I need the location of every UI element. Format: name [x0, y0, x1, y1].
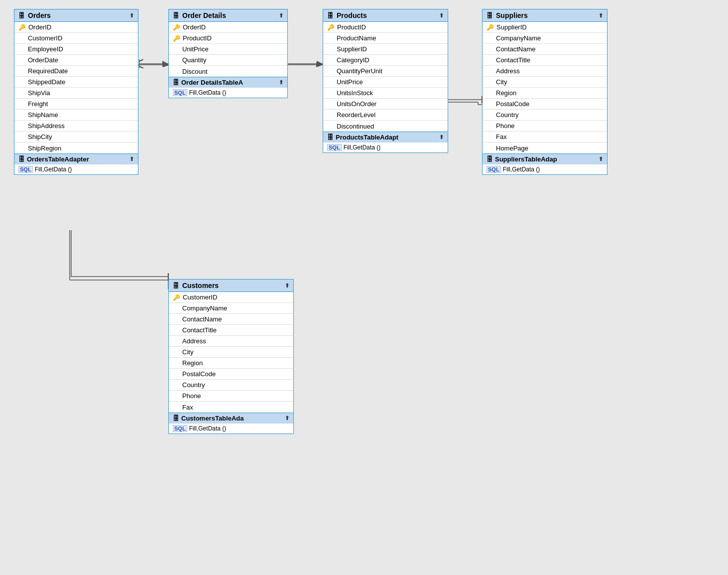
prod-field-productname: ProductName	[323, 33, 448, 44]
suppliers-table[interactable]: 🗄 Suppliers ⬆ 🔑 SupplierID CompanyName C…	[482, 9, 607, 175]
suppliers-collapse[interactable]: ⬆	[599, 12, 603, 19]
supp-field-postalcode: PostalCode	[483, 99, 607, 110]
supp-sql-icon: SQL	[486, 166, 501, 173]
key-icon-orderid: 🔑	[18, 24, 26, 31]
cust-footer-text: Fill,GetData ()	[189, 425, 227, 432]
customers-header: 🗄 Customers ⬆	[169, 280, 293, 292]
od-sql-icon: SQL	[173, 89, 187, 96]
orders-field-customerid: CustomerID	[14, 33, 138, 44]
suppliers-table-icon: 🗄	[486, 12, 493, 19]
cust-field-country: Country	[169, 380, 293, 391]
orders-adapter-icon: 🗄	[18, 155, 25, 163]
prod-field-unitprice: UnitPrice	[323, 77, 448, 88]
order-details-title: Order Details	[182, 11, 226, 19]
od-adapter-icon: 🗄	[173, 79, 179, 86]
cust-sql-icon: SQL	[173, 425, 187, 432]
customers-footer: SQL Fill,GetData ()	[169, 424, 293, 433]
supp-field-supplierid: 🔑 SupplierID	[483, 22, 607, 33]
prod-field-reorderlevel: ReorderLevel	[323, 110, 448, 121]
supp-field-contacttitle: ContactTitle	[483, 55, 607, 66]
orders-field-shipregion: ShipRegion	[14, 143, 138, 153]
supp-field-contactname: ContactName	[483, 44, 607, 55]
products-header: 🗄 Products ⬆	[323, 9, 448, 22]
orders-field-orderid: 🔑 OrderID	[14, 22, 138, 33]
order-details-header: 🗄 Order Details ⬆	[169, 9, 287, 22]
prod-field-unitsonorder: UnitsOnOrder	[323, 99, 448, 110]
customers-title: Customers	[182, 282, 219, 289]
customers-table[interactable]: 🗄 Customers ⬆ 🔑 CustomerID CompanyName C…	[168, 279, 294, 434]
cust-field-phone: Phone	[169, 391, 293, 402]
orders-table[interactable]: 🗄 Orders ⬆ 🔑 OrderID CustomerID Employee…	[14, 9, 138, 175]
diagram-canvas: 🗄 Orders ⬆ 🔑 OrderID CustomerID Employee…	[0, 0, 728, 575]
orders-field-employeeid: EmployeeID	[14, 44, 138, 55]
suppliers-adapter: 🗄 SuppliersTableAdap ⬆	[483, 153, 607, 164]
supp-field-phone: Phone	[483, 121, 607, 132]
customers-adapter: 🗄 CustomersTableAda ⬆	[169, 413, 293, 424]
products-table-icon: 🗄	[327, 12, 334, 19]
orders-field-requireddate: RequiredDate	[14, 66, 138, 77]
cust-field-fax: Fax	[169, 402, 293, 413]
order-details-adapter: 🗄 Order DetailsTableA ⬆	[169, 77, 287, 88]
order-details-table-icon: 🗄	[173, 12, 179, 19]
key-icon-od-productid: 🔑	[173, 35, 180, 42]
prod-sql-icon: SQL	[327, 144, 342, 151]
cust-field-city: City	[169, 347, 293, 358]
suppliers-footer: SQL Fill,GetData ()	[483, 164, 607, 174]
key-icon-productid: 🔑	[327, 24, 335, 31]
od-footer: SQL Fill,GetData ()	[169, 88, 287, 98]
od-adapter-name: Order DetailsTableA	[181, 79, 243, 86]
supp-field-country: Country	[483, 110, 607, 121]
prod-adapter-icon: 🗄	[327, 134, 334, 141]
orders-footer: SQL Fill,GetData ()	[14, 164, 138, 174]
order-details-collapse[interactable]: ⬆	[279, 12, 283, 19]
order-details-table[interactable]: 🗄 Order Details ⬆ 🔑 OrderID 🔑 ProductID …	[168, 9, 288, 98]
cust-adapter-name: CustomersTableAda	[181, 415, 243, 422]
orders-adapter-name: OrdersTableAdapter	[27, 155, 89, 163]
cust-field-region: Region	[169, 358, 293, 369]
key-icon-od-orderid: 🔑	[173, 24, 180, 31]
supp-adapter-icon: 🗄	[486, 155, 493, 163]
key-icon-supplierid: 🔑	[486, 24, 494, 31]
od-footer-text: Fill,GetData ()	[189, 89, 227, 96]
cust-field-customerid: 🔑 CustomerID	[169, 292, 293, 303]
prod-adapter-name: ProductsTableAdapt	[336, 134, 398, 141]
orders-sql-icon: SQL	[18, 166, 33, 173]
customers-collapse[interactable]: ⬆	[285, 283, 289, 289]
cust-field-contactname: ContactName	[169, 314, 293, 325]
orders-table-icon: 🗄	[18, 12, 25, 19]
prod-field-supplierid: SupplierID	[323, 44, 448, 55]
cust-field-postalcode: PostalCode	[169, 369, 293, 380]
products-title: Products	[337, 11, 367, 19]
orders-collapse[interactable]: ⬆	[129, 12, 134, 19]
orders-field-shipcity: ShipCity	[14, 132, 138, 143]
supp-field-region: Region	[483, 88, 607, 99]
od-field-discount: Discount	[169, 66, 287, 77]
order-details-fields: 🔑 OrderID 🔑 ProductID UnitPrice Quantity…	[169, 22, 287, 77]
products-collapse[interactable]: ⬆	[439, 12, 444, 19]
orders-header: 🗄 Orders ⬆	[14, 9, 138, 22]
orders-field-shippeddate: ShippedDate	[14, 77, 138, 88]
cust-adapter-icon: 🗄	[173, 415, 179, 422]
products-table[interactable]: 🗄 Products ⬆ 🔑 ProductID ProductName Sup…	[323, 9, 448, 153]
supp-field-homepage: HomePage	[483, 143, 607, 153]
orders-field-shipname: ShipName	[14, 110, 138, 121]
orders-field-orderdate: OrderDate	[14, 55, 138, 66]
supp-field-address: Address	[483, 66, 607, 77]
od-field-unitprice: UnitPrice	[169, 44, 287, 55]
supp-field-fax: Fax	[483, 132, 607, 143]
prod-field-productid: 🔑 ProductID	[323, 22, 448, 33]
key-icon-customerid: 🔑	[173, 294, 180, 301]
cust-field-address: Address	[169, 336, 293, 347]
cust-field-contacttitle: ContactTitle	[169, 325, 293, 336]
supp-field-companyname: CompanyName	[483, 33, 607, 44]
supp-adapter-name: SuppliersTableAdap	[495, 155, 557, 163]
orders-field-shipvia: ShipVia	[14, 88, 138, 99]
products-footer: SQL Fill,GetData ()	[323, 143, 448, 152]
prod-field-discontinued: Discontinued	[323, 121, 448, 132]
od-field-orderid: 🔑 OrderID	[169, 22, 287, 33]
prod-footer-text: Fill,GetData ()	[344, 144, 381, 151]
orders-footer-text: Fill,GetData ()	[35, 166, 72, 173]
orders-field-shipaddress: ShipAddress	[14, 121, 138, 132]
prod-field-categoryid: CategoryID	[323, 55, 448, 66]
od-field-productid: 🔑 ProductID	[169, 33, 287, 44]
